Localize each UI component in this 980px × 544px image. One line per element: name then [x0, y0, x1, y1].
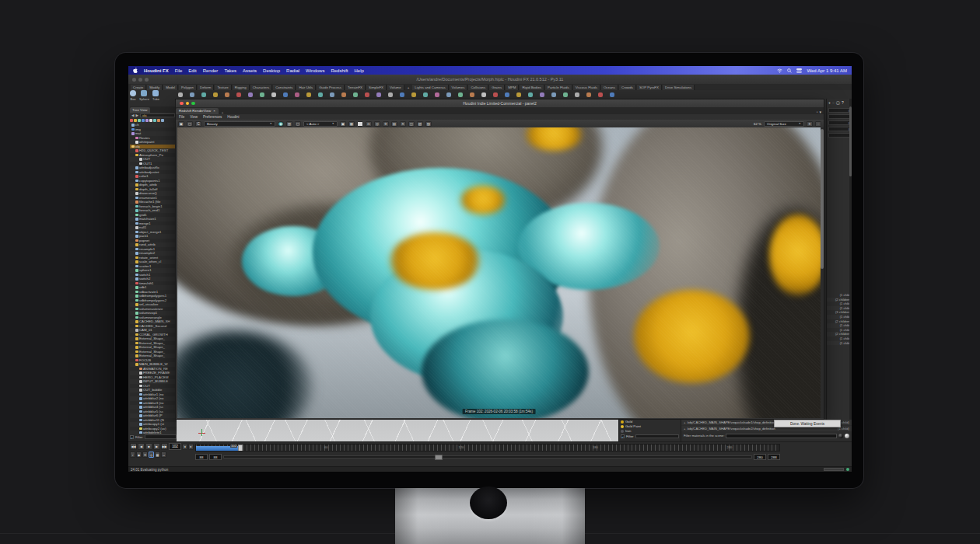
shelf-tool-icon[interactable]	[201, 92, 206, 97]
renderview-menu-item[interactable]: Preferences	[203, 115, 222, 119]
shelf-tool-icon[interactable]	[388, 92, 393, 97]
light-sphere-preview-icon[interactable]	[845, 434, 849, 438]
crop-icon[interactable]: ▢	[295, 121, 301, 127]
tree-toolbar-icon[interactable]	[130, 119, 133, 122]
close-render-icon[interactable]: ✕	[400, 121, 406, 127]
timeline-ruler[interactable]: 102 60 120 180 240	[195, 444, 780, 452]
shelf-tool-icon[interactable]	[435, 92, 439, 97]
filter-checkbox[interactable]: ✓	[621, 434, 625, 438]
shelf-tab[interactable]: Polygon	[179, 85, 197, 90]
clock-icon[interactable]: ⊙	[366, 121, 372, 127]
shelf-tool-icon[interactable]	[341, 92, 346, 97]
bucket-icon[interactable]: ▨	[425, 121, 432, 127]
shelf-tab[interactable]: Constraints	[273, 85, 296, 90]
shelf-tab[interactable]: Modify	[147, 85, 163, 90]
shelf-tab[interactable]: Collisions	[468, 85, 488, 90]
wifi-icon[interactable]	[777, 68, 782, 73]
checker-background-icon[interactable]: ▦	[348, 121, 355, 127]
dopesheet-icon[interactable]: ▦	[155, 452, 160, 458]
shelf-tool-icon[interactable]	[446, 92, 451, 97]
solid-background-icon[interactable]	[357, 121, 363, 127]
material-row[interactable]: Iron	[619, 429, 681, 434]
magnify-icon[interactable]: ◌	[815, 121, 821, 127]
parameter-field[interactable]: ≡	[828, 108, 850, 113]
copy-icon[interactable]: ▧	[417, 121, 423, 127]
shelf-tool-icon[interactable]	[563, 92, 568, 97]
shelf-tool-icon[interactable]	[516, 92, 521, 97]
zoom-percent[interactable]: 62 %	[754, 122, 761, 126]
info-icon[interactable]: ⓘ	[836, 100, 840, 105]
shelf-tab[interactable]: Rigging	[233, 85, 250, 90]
menubar-clock[interactable]: Wed Apr 1 9:41 AM	[807, 68, 847, 73]
shelf-tab[interactable]: Rigid Bodies	[520, 85, 544, 90]
shelf-tab[interactable]: Viscous Fluids	[573, 85, 600, 90]
fit-view-icon[interactable]: ▤	[391, 121, 397, 127]
lock-icon[interactable]: ▣	[340, 121, 346, 127]
menubar-item[interactable]: Redshift	[331, 68, 348, 73]
shelf-tool-icon[interactable]	[598, 92, 603, 97]
shelf-tab[interactable]: Particle Fluids	[545, 85, 572, 90]
playbar-options-icon[interactable]: ↔	[161, 452, 166, 458]
tree-toolbar-icon[interactable]	[153, 119, 156, 122]
snapshot-slot-dropdown[interactable]: < Auto > ▼	[303, 121, 338, 127]
menubar-item[interactable]: File	[175, 68, 183, 73]
range-slider-thumb[interactable]	[435, 455, 443, 460]
dark-sphere-preview-icon[interactable]	[838, 434, 843, 438]
shelf-tool-icon[interactable]	[295, 92, 299, 97]
playhead[interactable]	[238, 445, 243, 452]
filter-checkbox[interactable]: ✓	[130, 435, 134, 439]
shelf-tab[interactable]: Oceans	[601, 85, 618, 90]
back-icon[interactable]: ◀	[131, 113, 134, 117]
menubar-item[interactable]: Windows	[306, 68, 324, 73]
shelf-tool-icon[interactable]	[610, 92, 614, 97]
render-ipr-icon[interactable]: ▢	[187, 121, 193, 127]
shelf-tool-icon[interactable]	[318, 92, 323, 97]
parameter-field[interactable]	[828, 114, 850, 119]
play-reverse-button[interactable]: ◀	[138, 443, 145, 450]
close-tab-icon[interactable]: ×	[213, 108, 215, 114]
snapshot-icon[interactable]: ◉	[278, 121, 284, 127]
prev-frame-button[interactable]: ◂	[182, 444, 187, 450]
range-end-field-2[interactable]: 288	[768, 454, 780, 460]
aov-dropdown[interactable]: Beauty ▼	[204, 121, 275, 127]
tree-toolbar-icon[interactable]	[145, 119, 149, 122]
right-panel-scrollbar[interactable]	[849, 99, 852, 472]
shelf-tab[interactable]: Characters	[250, 85, 272, 90]
shelf-tab[interactable]: Deform	[198, 85, 214, 90]
help-icon[interactable]: ?	[842, 100, 844, 105]
target-icon[interactable]: ◎	[374, 121, 380, 127]
shelf-tab[interactable]: Crowds	[619, 85, 636, 90]
shelf-tab[interactable]: Grains	[489, 85, 505, 90]
go-to-end-button[interactable]: ▶▶	[161, 443, 168, 450]
shelf-tool-icon[interactable]	[586, 92, 591, 97]
tree-path-field[interactable]: obj	[140, 113, 175, 117]
parameter-field[interactable]	[828, 133, 850, 138]
next-frame-button[interactable]: ▸	[188, 444, 194, 450]
shelf-tool-icon[interactable]	[481, 92, 486, 97]
shelf-tool-icon[interactable]	[283, 92, 288, 97]
go-to-start-button[interactable]: ◀◀	[130, 443, 137, 450]
shelf-tool-icon[interactable]	[178, 92, 183, 97]
apple-logo-icon[interactable]	[133, 68, 138, 73]
tree-toolbar-icon[interactable]	[138, 119, 141, 122]
image-size-dropdown[interactable]: Original Size ▼	[764, 121, 804, 127]
parameter-field[interactable]: ≡	[828, 120, 850, 125]
tree-toolbar-icon[interactable]	[161, 119, 164, 122]
gear-icon[interactable]: ✳	[807, 121, 813, 127]
control-center-icon[interactable]	[796, 68, 802, 73]
renderview-menu-item[interactable]: View	[190, 115, 198, 119]
render-start-icon[interactable]: ▣	[178, 121, 184, 127]
shelf-tab[interactable]: SOP PyroFX	[637, 85, 662, 90]
menubar-item[interactable]: Help	[354, 68, 363, 73]
shelf-tool-icon[interactable]	[551, 92, 556, 97]
tree-toolbar-icon[interactable]	[134, 119, 137, 122]
shelf-tab[interactable]: TerrainFX	[345, 85, 366, 90]
shelf-tool-icon[interactable]	[306, 92, 311, 97]
shelf-tool-icon[interactable]	[376, 92, 381, 97]
shelf-tool-icon[interactable]	[458, 92, 463, 97]
shelf-tab[interactable]: Drive Simulations	[663, 85, 695, 90]
shelf-tab[interactable]: Guide Process	[317, 85, 345, 90]
shelf-tool-icon[interactable]	[353, 92, 358, 97]
shelf-tool-icon[interactable]	[190, 92, 194, 97]
forward-icon[interactable]: ▶	[135, 113, 138, 117]
